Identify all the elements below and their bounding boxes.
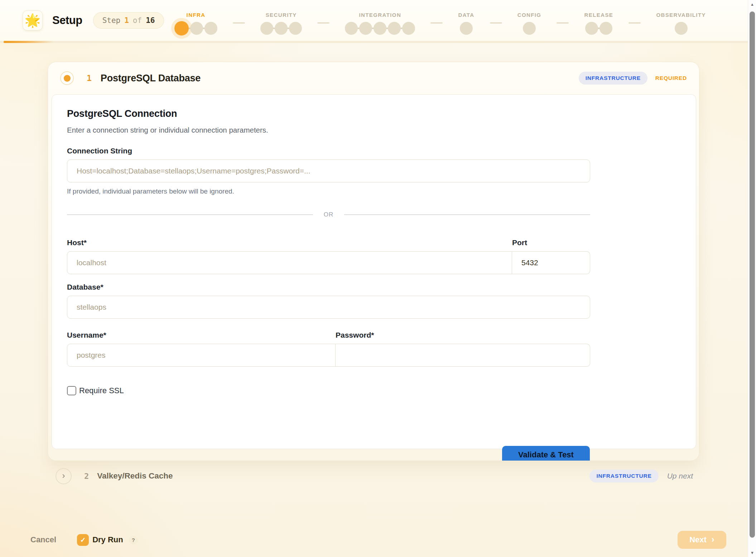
category-badge: INFRASTRUCTURE <box>589 470 658 482</box>
stage-dots <box>675 21 688 35</box>
host-label: Host* <box>67 238 512 247</box>
progress-fill <box>4 41 54 43</box>
check-icon: ✓ <box>80 536 86 544</box>
postgresql-connection-form: PostgreSQL Connection Enter a connection… <box>67 108 590 395</box>
dry-run-checkbox[interactable]: ✓ <box>77 534 89 546</box>
port-input[interactable] <box>512 251 590 274</box>
divider-line <box>67 214 313 215</box>
database-label: Database* <box>67 283 590 291</box>
form-description: Enter a connection string or individual … <box>67 126 590 134</box>
stage-connector <box>430 22 443 24</box>
stage-label: DATA <box>458 12 474 18</box>
or-divider: OR <box>67 211 590 218</box>
divider-line <box>344 214 590 215</box>
stage-label: OBSERVABILITY <box>656 12 706 18</box>
stage-dots <box>523 21 536 35</box>
next-button[interactable]: Next › <box>678 531 726 549</box>
setup-wizard-page: { "header": { "logo_glyph": "🌟", "app_ti… <box>0 0 756 557</box>
step-number: 1 <box>87 73 92 83</box>
step-dot[interactable] <box>675 22 688 35</box>
form-heading: PostgreSQL Connection <box>67 108 590 119</box>
password-label: Password* <box>336 331 590 339</box>
step-title: PostgreSQL Database <box>101 73 201 84</box>
step-title: Valkey/Redis Cache <box>97 471 173 481</box>
stage-label: RELEASE <box>584 12 613 18</box>
stage-observability: OBSERVABILITY <box>656 12 706 35</box>
stage-connector <box>629 22 641 24</box>
stage-label: SECURITY <box>266 12 297 18</box>
step-dot[interactable] <box>359 22 372 35</box>
step-dot[interactable] <box>190 22 203 35</box>
dry-run-label: Dry Run <box>92 535 123 544</box>
stage-dots <box>174 21 217 35</box>
step-dot[interactable] <box>204 22 217 35</box>
connection-form-panel: PostgreSQL Connection Enter a connection… <box>52 94 696 449</box>
active-step-dot-icon <box>64 75 71 82</box>
host-port-labels: Host* Port <box>67 238 590 247</box>
cancel-button[interactable]: Cancel <box>30 535 56 544</box>
stage-connector <box>317 22 329 24</box>
scrollbar-thumb[interactable] <box>750 11 755 538</box>
chevron-right-icon: › <box>712 535 714 545</box>
help-icon[interactable]: ? <box>129 535 138 544</box>
username-label: Username* <box>67 331 336 339</box>
step-counter-badge: Step 1 of 16 <box>93 12 164 29</box>
username-input[interactable] <box>67 344 336 367</box>
step-dot[interactable] <box>523 22 536 35</box>
stage-dots <box>460 21 473 35</box>
step-dot[interactable] <box>460 22 473 35</box>
require-ssl-row: Require SSL <box>67 386 590 395</box>
app-title: Setup <box>52 14 82 27</box>
step-counter-total: 16 <box>146 16 155 25</box>
stage-label: INTEGRATION <box>359 12 401 18</box>
expand-chevron-icon[interactable]: › <box>56 468 72 484</box>
require-ssl-checkbox[interactable] <box>67 386 76 395</box>
stage-dots <box>345 21 415 35</box>
stage-config: CONFIG <box>517 12 541 35</box>
connection-string-help: If provided, individual parameters below… <box>67 187 590 195</box>
accordion-header-postgresql[interactable]: 1 PostgreSQL Database INFRASTRUCTURE REQ… <box>48 62 699 94</box>
step-dot[interactable] <box>585 22 598 35</box>
stage-connector <box>557 22 569 24</box>
step-dot[interactable] <box>260 22 273 35</box>
stage-dots <box>585 21 612 35</box>
app-header: 🌟 Setup Step 1 of 16 INFRASECURITYINTEGR… <box>0 0 756 41</box>
connection-string-input[interactable] <box>67 160 590 182</box>
scroll-up-icon[interactable]: ▲ <box>748 2 756 6</box>
required-badge: REQUIRED <box>655 75 687 81</box>
step-dot[interactable] <box>174 21 189 35</box>
accordion-row-valkey-redis[interactable]: › 2 Valkey/Redis Cache INFRASTRUCTURE Up… <box>48 466 699 486</box>
step-number: 2 <box>84 472 89 481</box>
stage-infra: INFRA <box>174 12 217 35</box>
port-label: Port <box>512 238 590 247</box>
host-input[interactable] <box>67 251 512 274</box>
stage-dots <box>260 21 302 35</box>
stage-connector <box>233 22 245 24</box>
step-dot[interactable] <box>402 22 415 35</box>
step-dot[interactable] <box>289 22 302 35</box>
step-counter-current: 1 <box>124 16 129 25</box>
page-scrollbar[interactable]: ▲ ▼ <box>748 0 756 557</box>
stage-release: RELEASE <box>584 12 613 35</box>
accordion-card-postgresql: 1 PostgreSQL Database INFRASTRUCTURE REQ… <box>48 62 699 461</box>
active-step-indicator-icon <box>60 71 74 85</box>
app-logo-star-icon: 🌟 <box>23 10 43 30</box>
username-password-labels: Username* Password* <box>67 331 590 339</box>
validate-test-button[interactable]: Validate & Test <box>502 446 590 461</box>
password-input[interactable] <box>336 344 590 367</box>
category-badge: INFRASTRUCTURE <box>579 72 647 85</box>
step-dot[interactable] <box>388 22 401 35</box>
stage-connector <box>490 22 502 24</box>
step-dot[interactable] <box>374 22 386 35</box>
require-ssl-label: Require SSL <box>79 386 124 395</box>
step-dot[interactable] <box>275 22 288 35</box>
next-button-label: Next <box>689 535 707 544</box>
step-counter-of: of <box>133 16 142 25</box>
database-input[interactable] <box>67 296 590 319</box>
username-password-inputs <box>67 344 590 367</box>
step-dot[interactable] <box>345 22 358 35</box>
step-dot[interactable] <box>599 22 612 35</box>
scroll-down-icon[interactable]: ▼ <box>748 551 756 555</box>
stepper: INFRASECURITYINTEGRATIONDATACONFIGRELEAS… <box>174 0 706 41</box>
wizard-footer: Cancel ✓ Dry Run ? Next › <box>0 526 756 557</box>
